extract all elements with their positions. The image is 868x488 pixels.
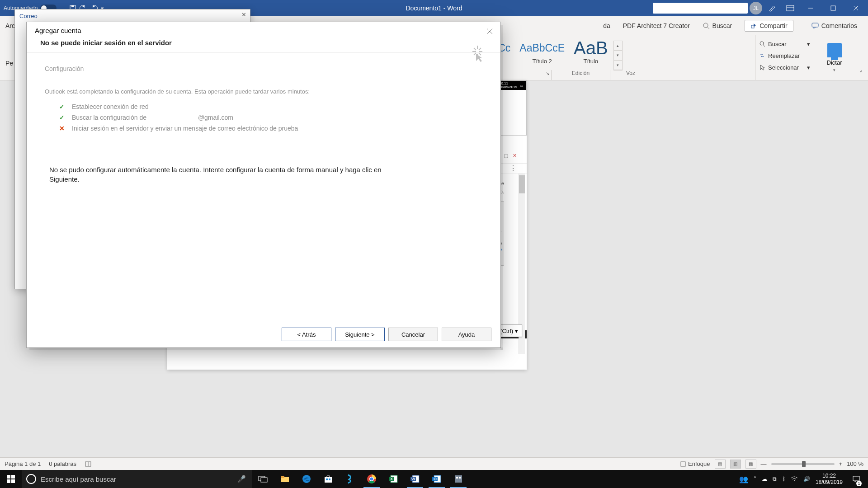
action-center-icon[interactable]: 1 — [848, 470, 864, 488]
dictate-label: Dictar — [827, 59, 842, 66]
svg-rect-35 — [325, 477, 332, 483]
volume-icon[interactable]: 🔊 — [803, 476, 810, 482]
style-titulo[interactable]: AaBTítulo — [570, 38, 612, 67]
svg-rect-28 — [7, 479, 10, 483]
check-icon: ✓ — [58, 114, 66, 121]
svg-text:X: X — [390, 477, 393, 481]
svg-rect-54 — [853, 476, 859, 481]
svg-point-12 — [760, 42, 764, 45]
svg-line-13 — [763, 45, 765, 47]
read-mode-icon[interactable]: ▤ — [715, 460, 726, 469]
svg-text:W: W — [411, 477, 415, 481]
tray-chevron-icon[interactable]: ˄ — [754, 476, 756, 482]
check-icon: ✓ — [58, 103, 66, 110]
outlook-icon[interactable]: O — [426, 470, 448, 488]
user-avatar[interactable]: JL — [750, 2, 762, 14]
back-button[interactable]: < Atrás — [282, 328, 331, 341]
print-layout-icon[interactable]: ▥ — [730, 460, 741, 469]
svg-line-21 — [479, 53, 481, 55]
help-button[interactable]: Ayuda — [442, 328, 491, 341]
svg-rect-26 — [7, 475, 10, 479]
svg-point-41 — [370, 478, 373, 481]
tab-ayuda-cut[interactable]: da — [603, 22, 610, 29]
svg-rect-51 — [455, 475, 462, 483]
maximize-button[interactable] — [823, 0, 844, 16]
wifi-icon[interactable] — [791, 476, 798, 482]
svg-rect-27 — [11, 475, 15, 479]
tab-pdf-architect[interactable]: PDF Architect 7 Creator — [623, 22, 690, 29]
store-icon[interactable] — [317, 470, 339, 488]
onedrive-icon[interactable]: ☁ — [762, 476, 767, 482]
app-icon-blue[interactable] — [339, 470, 361, 488]
step-search-config: ✓Buscar la configuración de @gmail.com — [58, 114, 482, 121]
page-indicator[interactable]: Página 1 de 1 — [5, 460, 41, 467]
config-section-title: Configuración — [45, 65, 482, 77]
comments-button[interactable]: Comentarios — [806, 20, 863, 31]
file-explorer-icon[interactable] — [274, 470, 296, 488]
zoom-in[interactable]: + — [839, 460, 843, 467]
error-icon: ✕ — [58, 125, 66, 132]
zoom-slider[interactable] — [771, 463, 835, 465]
chrome-icon[interactable] — [361, 470, 382, 488]
svg-text:O: O — [434, 477, 437, 481]
step-login-server: ✕Iniciar sesión en el servidor y enviar … — [58, 125, 482, 132]
svg-point-8 — [703, 23, 708, 28]
outlook-window-title: Correo — [19, 13, 38, 19]
start-button[interactable] — [0, 470, 22, 488]
taskbar-clock[interactable]: 10:2218/09/2019 — [816, 473, 843, 486]
svg-rect-52 — [456, 477, 458, 479]
svg-rect-53 — [459, 477, 461, 479]
add-account-dialog: Agregar cuenta No se puede iniciar sesió… — [26, 22, 501, 348]
edge-icon[interactable] — [296, 470, 317, 488]
task-view-icon[interactable] — [252, 470, 274, 488]
taskbar-search[interactable]: Escribe aquí para buscar 🎤 — [22, 470, 252, 488]
close-icon[interactable]: ✕ — [241, 11, 246, 18]
share-button[interactable]: Compartir — [745, 20, 793, 32]
tab-archivo-cut[interactable]: Arc — [5, 22, 15, 29]
svg-rect-31 — [261, 478, 267, 482]
excel-icon[interactable]: X — [382, 470, 404, 488]
cancel-button[interactable]: Cancelar — [388, 328, 438, 341]
focus-mode[interactable]: Enfoque — [680, 460, 710, 467]
svg-line-23 — [474, 53, 476, 55]
dialog-title: Agregar cuenta — [35, 27, 81, 34]
word-icon[interactable]: W — [404, 470, 426, 488]
status-bar: Página 1 de 1 0 palabras Enfoque ▤ ▥ ▦ —… — [0, 457, 868, 470]
styles-scroll[interactable]: ▴▾▾ — [613, 41, 623, 70]
fail-message: No se pudo configurar automáticamente la… — [49, 165, 397, 184]
svg-line-9 — [708, 27, 709, 29]
svg-rect-5 — [831, 6, 835, 10]
edit-group-label: Edición — [552, 70, 610, 80]
zoom-out[interactable]: — — [761, 460, 767, 467]
mic-icon[interactable]: 🎤 — [237, 475, 246, 483]
document-title: Documento1 - Word — [406, 5, 462, 12]
zoom-level[interactable]: 100 % — [847, 460, 863, 467]
dropbox-icon[interactable]: ⧉ — [773, 476, 777, 482]
user-name-box[interactable] — [653, 3, 748, 14]
next-button[interactable]: Siguiente > — [335, 328, 385, 341]
people-icon[interactable]: 👥 — [739, 475, 748, 483]
web-layout-icon[interactable]: ▦ — [745, 460, 756, 469]
close-button[interactable] — [845, 0, 866, 16]
cortana-icon — [26, 474, 36, 484]
svg-rect-37 — [329, 479, 330, 480]
tell-me-search[interactable]: Buscar — [703, 22, 732, 29]
find-button[interactable]: Buscar▾ — [759, 38, 810, 50]
microphone-icon — [827, 43, 842, 57]
style-titulo-2[interactable]: AaBbCcETítulo 2 — [516, 38, 568, 67]
ribbon-mode-icon[interactable] — [782, 0, 798, 16]
config-intro: Outlook está completando la configuració… — [45, 88, 482, 95]
styles-launcher-icon[interactable]: ↘ — [546, 71, 549, 76]
busy-cursor-icon — [470, 45, 485, 62]
app-icon-grey[interactable] — [448, 470, 469, 488]
proofing-icon[interactable] — [85, 460, 93, 468]
bluetooth-icon[interactable]: ᛒ — [782, 476, 785, 482]
paste-label-cut: Pe — [5, 60, 13, 67]
replace-button[interactable]: Reemplazar — [759, 50, 810, 61]
dialog-close-button[interactable] — [484, 26, 495, 37]
minimize-button[interactable] — [800, 0, 821, 16]
word-count[interactable]: 0 palabras — [49, 460, 76, 467]
coming-soon-icon[interactable] — [764, 0, 780, 16]
svg-point-34 — [302, 475, 311, 483]
svg-rect-25 — [681, 462, 685, 466]
